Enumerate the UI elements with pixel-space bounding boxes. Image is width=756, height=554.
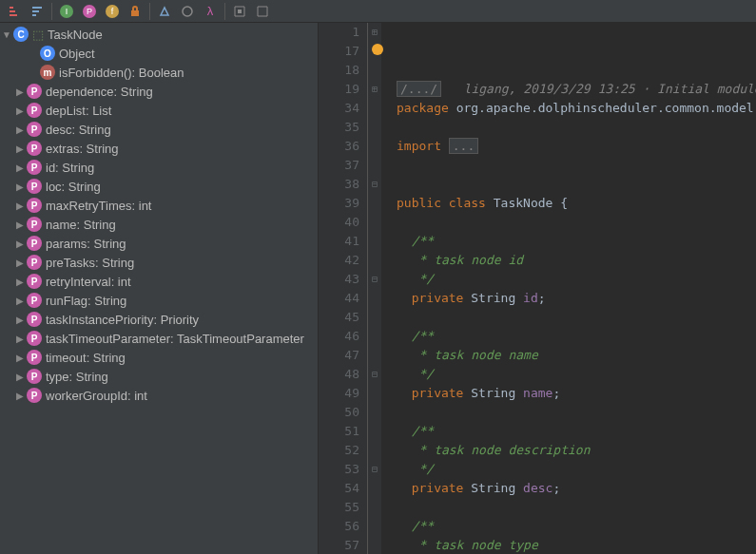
code-line[interactable]: * task node type [397,536,756,554]
member-icon: P [27,369,42,384]
line-number: 46 [319,327,359,346]
arrow-icon[interactable]: ▶ [13,105,27,116]
code-line[interactable] [397,403,756,422]
arrow-icon[interactable]: ▶ [13,353,27,363]
arrow-icon[interactable]: ▶ [13,258,27,268]
lambda-icon[interactable]: λ [200,1,221,22]
code-line[interactable]: package org.apache.dolphinscheduler.comm… [397,99,756,118]
member-label: params: String [46,237,126,251]
member-item[interactable]: ▶Ptype: String [0,367,318,386]
code-line[interactable] [397,118,756,137]
line-number: 17 [319,42,359,61]
arrow-icon[interactable]: ▶ [13,391,27,401]
member-item[interactable]: ▶Pextras: String [0,139,318,158]
alpha-sort-icon[interactable] [27,1,48,22]
arrow-icon[interactable]: ▶ [13,220,27,230]
member-item[interactable]: ▶PworkerGroupId: int [0,386,318,405]
code-content[interactable]: /.../ ligang, 2019/3/29 13:25 · Initial … [381,23,756,554]
property-icon[interactable]: P [79,1,100,22]
member-item[interactable]: OObject [0,44,318,63]
expand-arrow-icon[interactable]: ▼ [0,29,13,40]
fold-marker-icon[interactable] [370,503,379,512]
fold-marker-icon[interactable]: ⊟ [370,180,379,189]
line-number: 52 [319,441,359,460]
field-icon[interactable]: f [102,1,123,22]
fold-marker-icon[interactable]: ⊞ [370,28,379,37]
code-line[interactable] [397,308,756,327]
arrow-icon[interactable]: ▶ [13,86,27,97]
arrow-icon[interactable]: ▶ [13,239,27,249]
fold-marker-icon[interactable]: ⊟ [370,275,379,284]
member-label: Object [59,47,95,61]
code-editor[interactable]: 1171819343536373839404142434445464748495… [319,23,756,554]
member-item[interactable]: ▶PrunFlag: String [0,291,318,310]
code-line[interactable]: /** [397,517,756,536]
collapse-icon[interactable] [252,1,273,22]
member-item[interactable]: ▶Pname: String [0,215,318,234]
line-number: 54 [319,479,359,498]
code-line[interactable]: /** [397,232,756,251]
code-line[interactable]: /.../ ligang, 2019/3/29 13:25 · Initial … [397,80,756,99]
member-item[interactable]: ▶Pid: String [0,158,318,177]
structure-tree[interactable]: ▼ C ⬚ TaskNode OObjectmisForbidden(): Bo… [0,23,319,554]
fold-marker-icon[interactable] [370,313,379,322]
member-item[interactable]: ▶PdepList: List [0,101,318,120]
line-number: 53 [319,460,359,479]
member-item[interactable]: misForbidden(): Boolean [0,63,318,82]
member-item[interactable]: ▶Pparams: String [0,234,318,253]
code-line[interactable]: * task node name [397,346,756,365]
code-line[interactable]: */ [397,365,756,384]
member-item[interactable]: ▶PretryInterval: int [0,272,318,291]
intention-bulb-icon[interactable] [372,44,383,55]
member-icon: P [27,312,42,327]
member-item[interactable]: ▶Ptimeout: String [0,348,318,367]
member-item[interactable]: ▶PtaskInstancePriority: Priority [0,310,318,329]
member-item[interactable]: ▶PtaskTimeoutParameter: TaskTimeoutParam… [0,329,318,348]
arrow-icon[interactable]: ▶ [13,296,27,306]
code-line[interactable]: public class TaskNode { [397,194,756,213]
arrow-icon[interactable]: ▶ [13,315,27,325]
expand-icon[interactable] [229,1,250,22]
fold-marker-icon[interactable]: ⊟ [370,465,379,474]
interface-icon[interactable]: I [56,1,77,22]
fold-marker-icon[interactable] [370,408,379,417]
arrow-icon[interactable]: ▶ [13,372,27,382]
code-line[interactable]: import ... [397,137,756,156]
code-line[interactable]: * task node id [397,251,756,270]
member-icon: P [27,274,42,289]
lock-icon[interactable] [125,1,145,22]
fold-marker-icon[interactable]: ⊟ [370,370,379,379]
arrow-icon[interactable]: ▶ [13,181,27,192]
code-line[interactable] [397,213,756,232]
arrow-icon[interactable]: ▶ [13,143,27,154]
inherited-icon[interactable] [154,1,175,22]
code-line[interactable]: * task node description [397,441,756,460]
fold-marker-icon[interactable]: ⊞ [370,85,379,94]
fold-marker-icon[interactable] [370,218,379,227]
code-line[interactable]: private String id; [397,289,756,308]
code-line[interactable] [397,156,756,175]
code-line[interactable]: /** [397,327,756,346]
code-line[interactable]: */ [397,270,756,289]
code-line[interactable]: /** [397,422,756,441]
arrow-icon[interactable]: ▶ [13,334,27,344]
member-item[interactable]: ▶Ploc: String [0,177,318,196]
anonymous-icon[interactable] [177,1,198,22]
line-number: 45 [319,308,359,327]
member-item[interactable]: ▶Pdesc: String [0,120,318,139]
arrow-icon[interactable]: ▶ [13,162,27,173]
member-item[interactable]: ▶PmaxRetryTimes: int [0,196,318,215]
code-line[interactable] [397,498,756,517]
fold-column[interactable]: ⊞⊞⊟⊟⊟⊟ [368,23,381,554]
sort-icon[interactable] [4,1,25,22]
member-item[interactable]: ▶PpreTasks: String [0,253,318,272]
code-line[interactable]: */ [397,460,756,479]
code-line[interactable] [397,175,756,194]
code-line[interactable]: private String desc; [397,479,756,498]
arrow-icon[interactable]: ▶ [13,277,27,287]
arrow-icon[interactable]: ▶ [13,124,27,135]
arrow-icon[interactable]: ▶ [13,201,27,211]
code-line[interactable]: private String name; [397,384,756,403]
class-node[interactable]: ▼ C ⬚ TaskNode [0,25,318,44]
member-item[interactable]: ▶Pdependence: String [0,82,318,101]
